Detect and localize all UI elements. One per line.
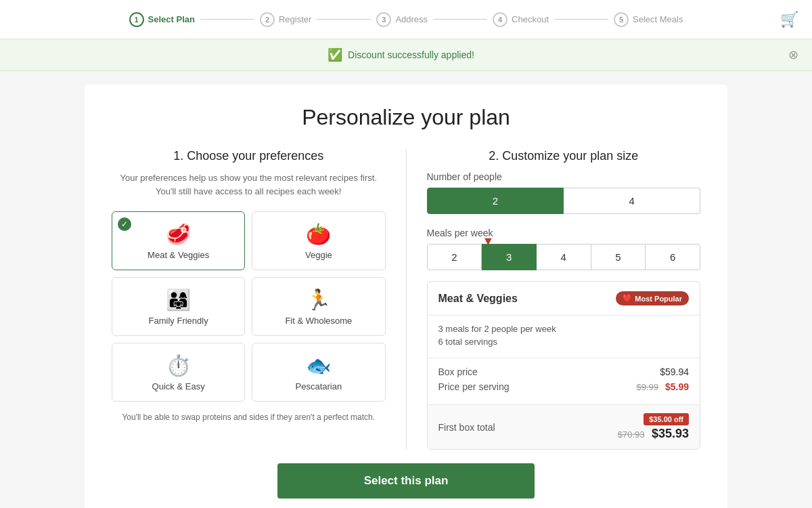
per-serving-label: Price per serving <box>438 381 510 392</box>
pref-label-pescatarian: Pescatarian <box>296 381 342 391</box>
meat-veggies-icon: 🥩 <box>166 224 191 245</box>
step-2-circle: 2 <box>260 12 275 27</box>
family-friendly-icon: 👨‍👩‍👧 <box>166 290 191 310</box>
box-price-value: $59.94 <box>660 366 689 377</box>
servings-desc: 6 total servings <box>438 337 690 347</box>
step-checkout[interactable]: 4 Checkout <box>493 12 549 27</box>
discount-banner: ✅ Discount successfully applied! ⊗ <box>0 39 812 71</box>
step-4-circle: 4 <box>493 12 508 27</box>
meals-option-4[interactable]: 4 <box>537 244 591 270</box>
plan-size-title: 2. Customize your plan size <box>427 149 701 163</box>
main-card: Personalize your plan 1. Choose your pre… <box>85 85 727 508</box>
meals-option-5[interactable]: 5 <box>591 244 646 270</box>
preferences-grid: ✓ 🥩 Meat & Veggies 🍅 Veggie 👨‍👩‍👧 Family… <box>112 211 386 402</box>
heart-icon: ❤️ <box>623 294 632 303</box>
per-serving-row: Price per serving $9.99 $5.99 <box>438 381 690 392</box>
step-line-3 <box>433 19 487 20</box>
popular-label: Most Popular <box>635 295 682 303</box>
step-5-label: Select Meals <box>633 14 683 24</box>
pref-card-family-friendly[interactable]: 👨‍👩‍👧 Family Friendly <box>112 277 245 336</box>
step-4-label: Checkout <box>512 14 549 24</box>
pricing-section: Box price $59.94 Price per serving $9.99… <box>428 358 700 404</box>
meals-option-2[interactable]: 2 <box>427 244 482 270</box>
pref-label-fit-wholesome: Fit & Wholesome <box>285 316 352 326</box>
pref-label-veggie: Veggie <box>305 250 332 260</box>
two-column-layout: 1. Choose your preferences Your preferen… <box>112 149 700 450</box>
summary-plan-name: Meat & Veggies <box>438 293 518 305</box>
steps-nav: 1 Select Plan 2 Register 3 Address 4 Che… <box>129 12 683 27</box>
pref-label-family-friendly: Family Friendly <box>149 316 208 326</box>
first-box-final: $35.93 <box>652 427 689 440</box>
people-option-2[interactable]: 2 <box>427 188 564 214</box>
step-address[interactable]: 3 Address <box>376 12 428 27</box>
step-5-circle: 5 <box>614 12 629 27</box>
summary-box: Meat & Veggies ❤️ Most Popular 3 meals f… <box>427 281 701 450</box>
page-title: Personalize your plan <box>112 105 700 130</box>
step-2-label: Register <box>279 14 311 24</box>
preferences-title: 1. Choose your preferences <box>112 149 386 163</box>
meals-option-6[interactable]: 6 <box>646 244 700 270</box>
pref-card-meat-veggies[interactable]: ✓ 🥩 Meat & Veggies <box>112 211 245 270</box>
banner-close-button[interactable]: ⊗ <box>788 47 798 62</box>
first-box-original: $70.93 <box>618 429 645 440</box>
first-box-prices: $35.00 off $70.93 $35.93 <box>618 413 689 441</box>
meals-section: Meals per week ▼ 2 3 4 5 6 <box>427 228 701 270</box>
box-price-label: Box price <box>438 366 478 377</box>
pref-card-pescatarian[interactable]: 🐟 Pescatarian <box>252 343 385 402</box>
people-section: Number of people 2 4 <box>427 171 701 214</box>
pref-label-meat-veggies: Meat & Veggies <box>148 250 209 260</box>
step-line-1 <box>200 19 254 20</box>
preferences-column: 1. Choose your preferences Your preferen… <box>112 149 407 450</box>
pref-card-veggie[interactable]: 🍅 Veggie <box>252 211 385 270</box>
pref-card-fit-wholesome[interactable]: 🏃 Fit & Wholesome <box>252 277 385 336</box>
swap-note: You'll be able to swap proteins and side… <box>112 412 386 422</box>
step-select-meals[interactable]: 5 Select Meals <box>614 12 683 27</box>
box-price-row: Box price $59.94 <box>438 366 690 377</box>
select-plan-button[interactable]: Select this plan <box>277 463 535 499</box>
meals-desc: 3 meals for 2 people per week <box>438 324 690 334</box>
summary-body: 3 meals for 2 people per week 6 total se… <box>428 316 700 358</box>
step-select-plan[interactable]: 1 Select Plan <box>129 12 195 27</box>
step-line-4 <box>554 19 608 20</box>
people-option-4[interactable]: 4 <box>564 188 700 214</box>
step-register[interactable]: 2 Register <box>260 12 311 27</box>
pref-card-quick-easy[interactable]: ⏱️ Quick & Easy <box>112 343 245 402</box>
banner-message: Discount successfully applied! <box>348 49 474 60</box>
first-box-label: First box total <box>438 422 495 433</box>
per-serving-sale: $5.99 <box>665 381 689 392</box>
preferences-desc: Your preferences help us show you the mo… <box>112 171 386 198</box>
plan-size-column: 2. Customize your plan size Number of pe… <box>407 149 701 450</box>
per-serving-original: $9.99 <box>637 382 659 392</box>
meals-option-3[interactable]: 3 <box>482 244 537 270</box>
pref-label-quick-easy: Quick & Easy <box>152 381 205 391</box>
step-3-label: Address <box>395 14 428 24</box>
popular-badge: ❤️ Most Popular <box>616 291 689 305</box>
per-serving-prices: $9.99 $5.99 <box>637 381 689 392</box>
step-1-label: Select Plan <box>148 14 195 24</box>
header: 1 Select Plan 2 Register 3 Address 4 Che… <box>0 0 812 39</box>
fit-wholesome-icon: 🏃 <box>306 290 331 310</box>
meals-label: Meals per week <box>427 228 701 238</box>
step-1-circle: 1 <box>129 12 144 27</box>
discount-tag: $35.00 off <box>644 413 689 425</box>
quick-easy-icon: ⏱️ <box>166 356 191 376</box>
step-3-circle: 3 <box>376 12 391 27</box>
people-selector: 2 4 <box>427 188 701 214</box>
first-box-row: First box total $35.00 off $70.93 $35.93 <box>428 404 700 449</box>
summary-header: Meat & Veggies ❤️ Most Popular <box>428 282 700 316</box>
selected-checkmark: ✓ <box>118 217 131 231</box>
meals-selector: 2 3 4 5 6 <box>427 244 701 270</box>
check-circle-icon: ✅ <box>328 47 342 62</box>
people-label: Number of people <box>427 171 701 182</box>
pescatarian-icon: 🐟 <box>306 356 331 376</box>
veggie-icon: 🍅 <box>306 224 331 245</box>
step-line-2 <box>317 19 371 20</box>
cart-icon[interactable]: 🛒 <box>780 11 798 28</box>
banner-content: ✅ Discount successfully applied! <box>14 47 788 62</box>
